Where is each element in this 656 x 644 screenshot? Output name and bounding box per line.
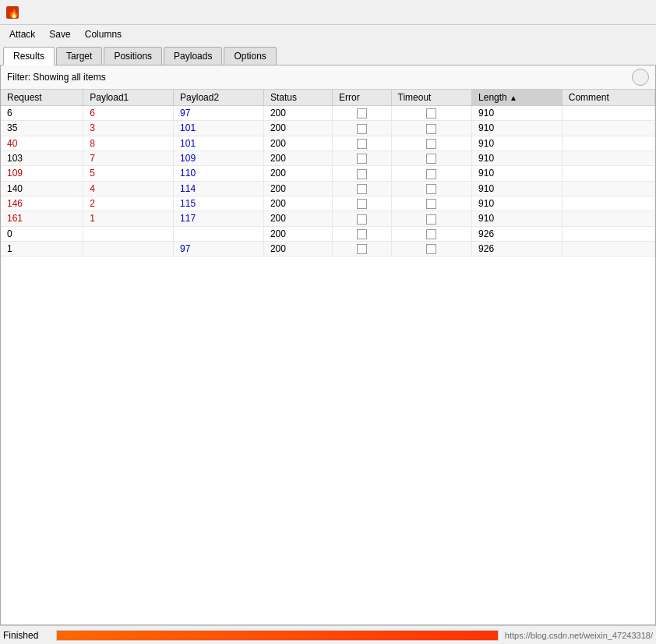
tab-payloads[interactable]: Payloads [164, 47, 222, 65]
cell-timeout[interactable] [391, 166, 472, 181]
filter-bar: Filter: Showing all items [1, 65, 655, 90]
cell-timeout[interactable] [391, 196, 472, 211]
timeout-checkbox[interactable] [426, 184, 436, 194]
col-timeout[interactable]: Timeout [391, 90, 472, 106]
timeout-checkbox[interactable] [426, 108, 436, 119]
tab-positions[interactable]: Positions [104, 47, 162, 65]
error-checkbox[interactable] [357, 154, 367, 164]
error-checkbox[interactable] [357, 229, 367, 239]
menu-save[interactable]: Save [43, 27, 76, 41]
col-request[interactable]: Request [1, 90, 83, 106]
table-row[interactable]: 146 2 115 200 910 [1, 196, 655, 211]
cell-timeout[interactable] [391, 106, 472, 121]
cell-payload1: 5 [83, 166, 174, 181]
cell-error[interactable] [333, 241, 391, 256]
cell-error[interactable] [333, 106, 391, 121]
cell-comment [562, 196, 654, 211]
cell-timeout[interactable] [391, 226, 472, 241]
cell-error[interactable] [333, 211, 391, 226]
col-error[interactable]: Error [333, 90, 391, 106]
progress-bar-container [56, 630, 499, 641]
cell-error[interactable] [333, 121, 391, 136]
error-checkbox[interactable] [357, 124, 367, 134]
error-checkbox[interactable] [357, 139, 367, 149]
cell-request: 146 [1, 196, 83, 211]
col-length[interactable]: Length ▲ [472, 90, 563, 106]
error-checkbox[interactable] [357, 169, 367, 179]
cell-timeout[interactable] [391, 121, 472, 136]
col-comment[interactable]: Comment [562, 90, 654, 106]
help-button[interactable] [632, 69, 649, 86]
cell-error[interactable] [333, 196, 391, 211]
timeout-checkbox[interactable] [426, 154, 436, 164]
table-row[interactable]: 0 200 926 [1, 226, 655, 241]
error-checkbox[interactable] [357, 184, 367, 194]
cell-payload1: 4 [83, 181, 174, 196]
cell-error[interactable] [333, 150, 391, 165]
cell-request: 103 [1, 150, 83, 165]
table-body: 6 6 97 200 910 35 3 101 200 910 40 8 101… [1, 106, 655, 257]
table-row[interactable]: 140 4 114 200 910 [1, 181, 655, 196]
cell-comment [562, 241, 654, 256]
minimize-button[interactable] [573, 5, 597, 20]
error-checkbox[interactable] [357, 214, 367, 225]
timeout-checkbox[interactable] [426, 229, 436, 239]
timeout-checkbox[interactable] [426, 214, 436, 225]
cell-payload2 [174, 226, 264, 241]
timeout-checkbox[interactable] [426, 139, 436, 149]
filter-text: Filter: Showing all items [7, 72, 106, 83]
table-wrapper[interactable]: Request Payload1 Payload2 Status Error T… [1, 90, 655, 625]
error-checkbox[interactable] [357, 244, 367, 254]
timeout-checkbox[interactable] [426, 199, 436, 209]
cell-comment [562, 166, 654, 181]
table-row[interactable]: 1 97 200 926 [1, 241, 655, 256]
menu-attack[interactable]: Attack [3, 27, 41, 41]
cell-payload1: 6 [83, 106, 174, 121]
cell-length: 910 [472, 106, 563, 121]
cell-length: 926 [472, 241, 563, 256]
col-status[interactable]: Status [263, 90, 332, 106]
table-row[interactable]: 35 3 101 200 910 [1, 121, 655, 136]
timeout-checkbox[interactable] [426, 169, 436, 179]
timeout-checkbox[interactable] [426, 124, 436, 134]
cell-payload2: 115 [174, 196, 264, 211]
tab-results[interactable]: Results [3, 47, 55, 65]
cell-payload2: 97 [174, 241, 264, 256]
cell-timeout[interactable] [391, 211, 472, 226]
tab-target[interactable]: Target [56, 47, 102, 65]
error-checkbox[interactable] [357, 108, 367, 119]
table-row[interactable]: 6 6 97 200 910 [1, 106, 655, 121]
cell-request: 6 [1, 106, 83, 121]
cell-timeout[interactable] [391, 136, 472, 150]
cell-error[interactable] [333, 166, 391, 181]
cell-timeout[interactable] [391, 241, 472, 256]
col-payload1[interactable]: Payload1 [83, 90, 174, 106]
table-row[interactable]: 40 8 101 200 910 [1, 136, 655, 150]
timeout-checkbox[interactable] [426, 244, 436, 254]
table-row[interactable]: 103 7 109 200 910 [1, 150, 655, 165]
cell-length: 910 [472, 136, 563, 150]
cell-error[interactable] [333, 226, 391, 241]
cell-status: 200 [263, 241, 332, 256]
cell-error[interactable] [333, 181, 391, 196]
cell-payload1 [83, 241, 174, 256]
tab-options[interactable]: Options [224, 47, 276, 65]
cell-timeout[interactable] [391, 181, 472, 196]
cell-payload2: 110 [174, 166, 264, 181]
table-row[interactable]: 109 5 110 200 910 [1, 166, 655, 181]
sort-arrow-length: ▲ [510, 94, 517, 102]
table-row[interactable]: 161 1 117 200 910 [1, 211, 655, 226]
col-payload2[interactable]: Payload2 [174, 90, 264, 106]
svg-text:🔥: 🔥 [9, 8, 19, 19]
cell-request: 109 [1, 166, 83, 181]
close-button[interactable] [626, 5, 650, 20]
cell-status: 200 [263, 121, 332, 136]
filter-value: Showing all items [33, 72, 105, 83]
cell-payload1: 8 [83, 136, 174, 150]
maximize-button[interactable] [600, 5, 623, 20]
error-checkbox[interactable] [357, 199, 367, 209]
status-url: https://blog.csdn.net/weixin_47243318/ [505, 631, 653, 640]
cell-timeout[interactable] [391, 150, 472, 165]
cell-error[interactable] [333, 136, 391, 150]
menu-columns[interactable]: Columns [79, 27, 128, 41]
